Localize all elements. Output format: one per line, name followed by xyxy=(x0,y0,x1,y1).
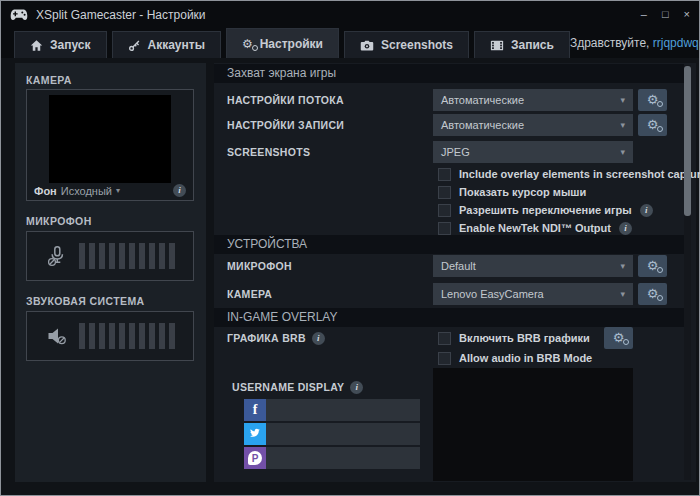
tab-launch[interactable]: Запуск xyxy=(14,31,107,58)
checkbox-label: Показать курсор мыши xyxy=(459,186,586,198)
checkbox-label: Разрешить переключение игры xyxy=(459,204,632,216)
checkbox-brb-audio[interactable]: Allow audio in BRB Mode xyxy=(438,350,592,366)
tab-record[interactable]: Запись xyxy=(474,31,570,58)
checkbox[interactable] xyxy=(438,168,451,181)
sound-section-label: ЗВУКОВАЯ СИСТЕМА xyxy=(26,295,145,307)
twitter-icon xyxy=(244,423,266,445)
checkbox-enable-brb[interactable]: Включить BRB графики xyxy=(438,330,590,346)
mic-meter-box xyxy=(26,231,194,281)
mic-section-label: МИКРОФОН xyxy=(26,215,92,227)
app-window: XSplit Gamecaster - Настройки – □ × Запу… xyxy=(0,0,700,496)
checkbox-label: Enable NewTek NDI™ Output xyxy=(459,222,611,234)
gears-icon: ⚙ xyxy=(242,37,253,51)
camera-icon xyxy=(360,39,374,52)
maximize-button[interactable]: □ xyxy=(662,1,669,28)
brb-graphics-label-text: ГРАФИКА BRB xyxy=(227,327,306,349)
info-icon[interactable]: i xyxy=(640,204,653,217)
camera-device-gear-button[interactable]: ⚙ xyxy=(638,283,667,305)
stream-settings-dropdown[interactable]: Автоматические xyxy=(433,89,633,111)
player-me-username-input[interactable] xyxy=(266,447,420,469)
scrollbar-thumb[interactable] xyxy=(684,66,691,216)
sound-volume-meter xyxy=(79,323,175,349)
stream-settings-label: НАСТРОЙКИ ПОТОКА xyxy=(227,89,344,111)
screenshots-format-dropdown[interactable]: JPEG xyxy=(433,141,633,163)
record-settings-dropdown[interactable]: Автоматические xyxy=(433,114,633,136)
checkbox[interactable] xyxy=(438,222,451,235)
mic-device-gear-button[interactable]: ⚙ xyxy=(638,255,667,277)
checkbox[interactable] xyxy=(438,204,451,217)
tab-label: Настройки xyxy=(260,37,323,51)
section-header-devices: УСТРОЙСТВА xyxy=(214,235,684,254)
window-title: XSplit Gamecaster - Настройки xyxy=(36,8,206,22)
info-icon[interactable]: i xyxy=(312,332,325,345)
tab-label: Аккаунты xyxy=(148,38,205,52)
facebook-icon: f xyxy=(244,399,266,421)
checkbox[interactable] xyxy=(438,186,451,199)
camera-section-label: КАМЕРА xyxy=(26,74,72,86)
brb-preview xyxy=(433,368,633,481)
chevron-down-icon[interactable]: ▾ xyxy=(116,186,120,195)
camera-preview-box: Фон Исходный ▾ i xyxy=(26,89,194,201)
tab-accounts[interactable]: Аккаунты xyxy=(112,31,221,58)
tab-label: Запуск xyxy=(50,38,91,52)
brb-gear-button[interactable]: ⚙ xyxy=(604,327,633,349)
record-settings-label: НАСТРОЙКИ ЗАПИСИ xyxy=(227,114,344,136)
section-header-overlay: IN-GAME OVERLAY xyxy=(214,308,684,327)
section-header-capture: Захват экрана игры xyxy=(214,64,684,83)
tab-bar: Запуск Аккаунты ⚙ Настройки Screenshots xyxy=(1,28,699,58)
checkbox-show-cursor[interactable]: Показать курсор мыши xyxy=(438,184,586,200)
checkbox[interactable] xyxy=(438,332,451,345)
scrollbar[interactable] xyxy=(684,65,691,480)
mic-volume-meter xyxy=(79,243,175,269)
gamepad-icon xyxy=(10,9,28,21)
mic-device-dropdown[interactable]: Default xyxy=(433,255,633,277)
checkbox-label: Allow audio in BRB Mode xyxy=(459,352,592,364)
facebook-username-input[interactable] xyxy=(266,399,420,421)
settings-panel: Захват экрана игры НАСТРОЙКИ ПОТОКА Авто… xyxy=(214,63,696,482)
tab-settings[interactable]: ⚙ Настройки xyxy=(226,28,339,58)
sound-meter-box xyxy=(26,311,194,361)
checkbox-allow-game-switch[interactable]: Разрешить переключение игры i xyxy=(438,202,653,218)
speaker-muted-icon xyxy=(45,324,69,348)
greeting-text: Здравствуйте, xyxy=(570,36,650,50)
account-email: rrjqpdwq@anonmai... xyxy=(653,36,700,50)
background-label: Фон xyxy=(34,185,57,197)
social-row-facebook: f xyxy=(244,399,420,421)
player-me-icon: P xyxy=(244,447,266,469)
checkbox[interactable] xyxy=(438,352,451,365)
background-value-dropdown[interactable]: Исходный xyxy=(61,185,112,197)
stream-settings-gear-button[interactable]: ⚙ xyxy=(638,89,667,111)
tab-screenshots[interactable]: Screenshots xyxy=(344,31,469,58)
home-icon xyxy=(30,39,43,52)
checkbox-include-overlay[interactable]: Include overlay elements in screenshot c… xyxy=(438,166,700,182)
tab-label: Screenshots xyxy=(381,38,453,52)
checkbox-ndi-output[interactable]: Enable NewTek NDI™ Output i xyxy=(438,220,632,236)
camera-device-label: КАМЕРА xyxy=(227,283,272,305)
key-icon xyxy=(128,39,141,52)
brb-graphics-label: ГРАФИКА BRB i xyxy=(227,327,325,349)
info-icon[interactable]: i xyxy=(350,381,363,394)
camera-preview xyxy=(49,95,171,183)
tab-label: Запись xyxy=(511,38,554,52)
title-bar: XSplit Gamecaster - Настройки – □ × xyxy=(1,1,699,28)
social-row-twitter xyxy=(244,423,420,445)
minimize-button[interactable]: – xyxy=(641,1,647,28)
checkbox-label: Include overlay elements in screenshot c… xyxy=(459,168,700,180)
twitter-username-input[interactable] xyxy=(266,423,420,445)
microphone-muted-icon xyxy=(45,244,69,268)
checkbox-label: Включить BRB графики xyxy=(459,332,590,344)
camera-device-dropdown[interactable]: Lenovo EasyCamera xyxy=(433,283,633,305)
username-display-label: USERNAME DISPLAY i xyxy=(232,376,363,398)
close-button[interactable]: × xyxy=(684,1,690,28)
screenshots-format-label: SCREENSHOTS xyxy=(227,141,310,163)
info-icon[interactable]: i xyxy=(619,222,632,235)
social-row-player-me: P xyxy=(244,447,420,469)
mic-device-label: МИКРОФОН xyxy=(227,255,292,277)
account-menu[interactable]: Здравствуйте, rrjqpdwq@anonmai... ▾ xyxy=(570,36,700,50)
info-icon[interactable]: i xyxy=(173,184,186,197)
username-display-label-text: USERNAME DISPLAY xyxy=(232,376,344,398)
film-icon xyxy=(490,39,504,52)
sidebar: КАМЕРА Фон Исходный ▾ i МИКРОФОН xyxy=(15,63,206,482)
record-settings-gear-button[interactable]: ⚙ xyxy=(638,114,667,136)
